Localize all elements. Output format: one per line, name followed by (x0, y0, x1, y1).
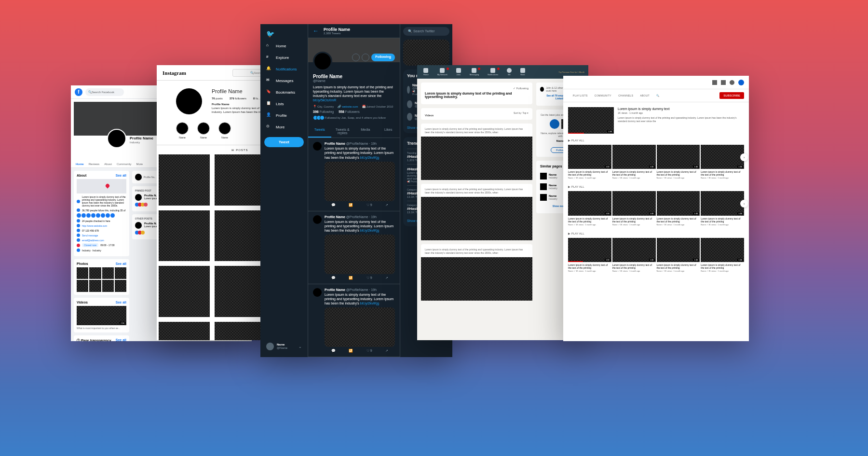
tweet-item[interactable]: Profile Name @ProfileName · 19h Lorem Ip… (308, 138, 400, 211)
location-icon: 📍 City, Country (313, 105, 334, 108)
fb-profile-avatar[interactable] (107, 129, 126, 148)
fb-map[interactable] (77, 179, 126, 193)
fb-tab-more[interactable]: More (136, 163, 143, 166)
tweet-item[interactable]: Profile Name @ProfileName · 19h Lorem Ip… (308, 284, 400, 357)
scroll-right-icon[interactable]: › (740, 153, 748, 161)
tw-search-input[interactable]: 🔍 Search Twitter (403, 27, 449, 36)
li-post[interactable]: Lorem ipsum is simply dummy text of the … (421, 244, 532, 301)
fb-tab-about[interactable]: About (104, 163, 112, 166)
tw-notify-button[interactable] (362, 54, 369, 61)
li-post-image[interactable] (421, 137, 532, 180)
tw-profile-handle: @Name (313, 79, 395, 83)
fb-message-link[interactable]: Send message (82, 234, 98, 237)
website-link[interactable]: 🔗 website.com (338, 105, 358, 108)
fb-photos-card: PhotosSee all (74, 259, 129, 295)
yt-tab-playlists[interactable]: PLAYLISTS (573, 91, 588, 100)
nav-lists[interactable]: 📋Lists (262, 98, 306, 109)
li-nav-network[interactable]: My Network (435, 68, 450, 76)
fb-tab-home[interactable]: Home (76, 163, 84, 166)
search-icon[interactable]: 🔍 (656, 91, 660, 100)
tweet-image[interactable] (325, 162, 395, 201)
person-icon: 👤 (266, 112, 272, 118)
tab-likes[interactable]: Likes (377, 125, 400, 138)
fb-search-input[interactable]: 🔍 Search Facebook (85, 88, 124, 96)
tweet-link[interactable]: bit.ly/2kvIKjg (360, 156, 379, 159)
play-all-button[interactable]: ▶ PLAY ALL (568, 138, 584, 142)
tweet-avatar[interactable] (313, 142, 322, 151)
tw-profile-avatar[interactable] (313, 52, 332, 71)
li-nav-home[interactable]: Home (421, 68, 431, 76)
tw-more-button[interactable] (352, 54, 360, 61)
back-arrow-icon[interactable]: ← (313, 28, 319, 34)
twitter-logo-icon[interactable]: 🐦 (262, 28, 306, 40)
bookmark-icon: 🔖 (266, 89, 272, 95)
fb-about-card: AboutSee all Lorem ipsum is simply dummy… (74, 171, 129, 256)
nav-explore[interactable]: #Explore (262, 52, 306, 63)
nav-home[interactable]: ⌂Home (262, 41, 306, 51)
li-topbar: Home My Network Jobs Messaging Notificat… (417, 65, 588, 79)
yt-notifications-icon[interactable] (730, 80, 734, 85)
fb-tab-community[interactable]: Community (117, 163, 131, 166)
like-icon[interactable]: ♡ 9 (366, 203, 372, 207)
yt-tab-about[interactable]: ABOUT (640, 91, 650, 100)
fb-see-all-link[interactable]: See all (116, 174, 126, 177)
reply-icon[interactable]: 💬 (331, 203, 336, 207)
ig-story-highlight[interactable]: Name (176, 122, 189, 139)
li-sort-dropdown[interactable]: Sort by: Top ▾ (514, 110, 529, 116)
ig-post-thumb[interactable] (159, 154, 210, 206)
li-nav-jobs[interactable]: Jobs (454, 68, 463, 76)
following-count[interactable]: 398 Following (313, 110, 334, 113)
tab-tweets[interactable]: Tweets (308, 125, 331, 138)
yt-upload-icon[interactable] (721, 80, 726, 85)
yt-tab-community[interactable]: COMMUNITY (595, 91, 611, 100)
tw-user-menu[interactable]: Name@Name ⌄ (262, 340, 306, 353)
li-post[interactable]: Lorem ipsum is simply dummy text of the … (421, 184, 532, 240)
fb-website-link[interactable]: http://www.website.com (82, 224, 107, 227)
tw-profile-name: Profile Name (313, 74, 395, 79)
nav-more[interactable]: ⊙More (262, 122, 306, 132)
subscribe-button[interactable]: SUBSCRIBE (719, 92, 744, 99)
instagram-logo[interactable]: Instagram (163, 70, 186, 76)
yt-apps-icon[interactable] (712, 80, 717, 85)
li-post[interactable]: Lorem ipsum is simply dummy text of the … (421, 124, 532, 180)
fb-photo-thumb[interactable] (77, 267, 88, 279)
yt-featured-video[interactable]: 1:30 Lorem ipsum is simply dummy text 1K… (568, 107, 744, 134)
li-premium-link[interactable]: Try Premium Free for 1 Month (559, 71, 584, 73)
user-avatar-icon (266, 343, 274, 350)
retweet-icon[interactable]: 🔁 (349, 203, 353, 207)
li-nav-me[interactable]: Me (504, 68, 514, 76)
followers-count[interactable]: 558 Followers (339, 110, 360, 113)
nav-profile[interactable]: 👤Profile (262, 110, 306, 121)
yt-tab-channels[interactable]: CHANNELS (618, 91, 633, 100)
nav-messages[interactable]: ✉Messages (262, 75, 306, 86)
youtube-mockup: PLAYLISTS COMMUNITY CHANNELS ABOUT 🔍 SUB… (563, 76, 749, 341)
linkedin-mockup: Home My Network Jobs Messaging Notificat… (417, 65, 588, 340)
tw-bio-link[interactable]: bit.ly/5kOsXmR (313, 98, 336, 102)
tab-replies[interactable]: Tweets & replies (331, 125, 354, 138)
li-nav-work[interactable]: Work (518, 68, 528, 76)
home-icon: ⌂ (266, 43, 272, 49)
li-following-button[interactable]: ✓ Following (425, 86, 529, 90)
yt-avatar-icon[interactable] (738, 80, 744, 85)
tw-followed-by[interactable]: Followed by Joe, Soap, and 4 others you … (313, 115, 395, 120)
fb-video-thumb[interactable]: 2:34 (77, 306, 126, 325)
calendar-icon: 📅 Joined October 2010 (362, 105, 393, 108)
tw-following-button[interactable]: Following (371, 54, 395, 61)
tweet-button[interactable]: Tweet (264, 137, 304, 147)
share-icon[interactable]: ↗ (385, 203, 388, 207)
li-nav-notifications[interactable]: Notifications (485, 68, 501, 76)
fb-transparency-card: ⓘ Page transparencySee all Facebook is s… (74, 335, 129, 342)
fb-email-link[interactable]: email@address.com (82, 239, 104, 242)
fb-tab-reviews[interactable]: Reviews (89, 163, 100, 166)
yt-video-thumb[interactable]: 1:30Lorem ipsum is simply dummy text of … (568, 145, 611, 179)
nav-bookmarks[interactable]: 🔖Bookmarks (262, 87, 306, 97)
chevron-down-icon: ⌄ (298, 345, 302, 349)
li-nav-messaging[interactable]: Messaging (467, 68, 481, 76)
tweet-item[interactable]: Profile Name @ProfileName · 19h Lorem Ip… (308, 211, 400, 284)
tab-media[interactable]: Media (354, 125, 377, 138)
ig-profile-avatar[interactable] (176, 88, 202, 114)
facebook-logo-icon[interactable]: f (75, 88, 82, 96)
fb-videos-card: VideosSee all 2:34 What is most importan… (74, 298, 129, 332)
tw-side-image[interactable] (403, 40, 449, 66)
nav-notifications[interactable]: 🔔Notifications (262, 64, 306, 74)
